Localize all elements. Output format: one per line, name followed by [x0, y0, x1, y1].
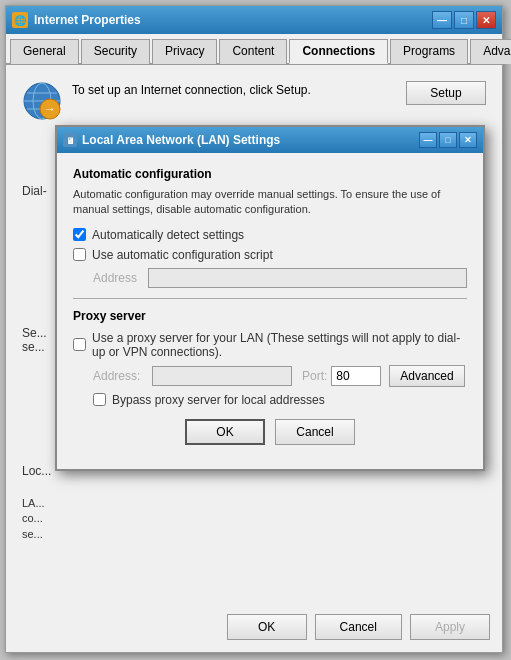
auto-detect-label: Automatically detect settings — [92, 228, 244, 242]
cancel-button[interactable]: Cancel — [315, 614, 402, 640]
dialog-title-bar: 🖥 Local Area Network (LAN) Settings — □ … — [57, 127, 483, 153]
tab-security[interactable]: Security — [81, 39, 150, 64]
bypass-row: Bypass proxy server for local addresses — [93, 393, 467, 407]
dialog-close-button[interactable]: ✕ — [459, 132, 477, 148]
port-input[interactable] — [331, 366, 381, 386]
maximize-button[interactable]: □ — [454, 11, 474, 29]
window-controls: — □ ✕ — [432, 11, 496, 29]
auto-script-label: Use automatic configuration script — [92, 248, 273, 262]
proxy-note: Use a proxy server for your LAN (These s… — [92, 331, 467, 359]
dialog-title: Local Area Network (LAN) Settings — [82, 133, 419, 147]
main-title-bar: 🌐 Internet Properties — □ ✕ — [6, 6, 502, 34]
ok-button[interactable]: OK — [227, 614, 307, 640]
address-input[interactable] — [148, 268, 467, 288]
address-label: Address — [93, 271, 148, 285]
lan-label: LA...co...se... — [22, 496, 45, 542]
setup-row: → To set up an Internet connection, clic… — [22, 81, 486, 121]
auto-config-description: Automatic configuration may override man… — [73, 187, 467, 218]
dial-label: Dial- — [22, 184, 47, 198]
proxy-address-input[interactable] — [152, 366, 292, 386]
script-address-row: Address — [93, 268, 467, 288]
proxy-header: Proxy server — [73, 309, 467, 323]
globe-icon: → — [22, 81, 62, 121]
window-icon: 🌐 — [12, 12, 28, 28]
tab-programs[interactable]: Programs — [390, 39, 468, 64]
auto-detect-row: Automatically detect settings — [73, 228, 467, 242]
dialog-icon: 🖥 — [63, 133, 77, 147]
tab-bar: General Security Privacy Content Connect… — [6, 34, 502, 65]
proxy-checkbox-row: Use a proxy server for your LAN (These s… — [73, 331, 467, 359]
setup-button[interactable]: Setup — [406, 81, 486, 105]
lan-dialog: 🖥 Local Area Network (LAN) Settings — □ … — [55, 125, 485, 471]
dialog-ok-button[interactable]: OK — [185, 419, 265, 445]
dialog-controls: — □ ✕ — [419, 132, 477, 148]
tab-general[interactable]: General — [10, 39, 79, 64]
svg-text:🖥: 🖥 — [66, 136, 75, 146]
local-label: Loc... — [22, 464, 51, 478]
proxy-address-row: Address: Port: Advanced — [93, 365, 467, 387]
proxy-addr-label: Address: — [93, 369, 148, 383]
dialog-minimize-button[interactable]: — — [419, 132, 437, 148]
tab-privacy[interactable]: Privacy — [152, 39, 217, 64]
proxy-server-checkbox[interactable] — [73, 338, 86, 351]
bypass-proxy-checkbox[interactable] — [93, 393, 106, 406]
auto-script-checkbox[interactable] — [73, 248, 86, 261]
advanced-button[interactable]: Advanced — [389, 365, 464, 387]
auto-detect-checkbox[interactable] — [73, 228, 86, 241]
close-button[interactable]: ✕ — [476, 11, 496, 29]
tab-connections[interactable]: Connections — [289, 39, 388, 64]
bypass-label: Bypass proxy server for local addresses — [112, 393, 325, 407]
auto-config-header: Automatic configuration — [73, 167, 467, 181]
dialog-content: Automatic configuration Automatic config… — [57, 153, 483, 469]
window-title: Internet Properties — [34, 13, 432, 27]
tab-content[interactable]: Content — [219, 39, 287, 64]
bottom-buttons: OK Cancel Apply — [227, 614, 490, 640]
dialog-cancel-button[interactable]: Cancel — [275, 419, 355, 445]
setup-description: To set up an Internet connection, click … — [72, 83, 396, 97]
section-separator — [73, 298, 467, 299]
minimize-button[interactable]: — — [432, 11, 452, 29]
tab-advanced[interactable]: Advanced — [470, 39, 511, 64]
apply-button[interactable]: Apply — [410, 614, 490, 640]
dialog-buttons: OK Cancel — [73, 407, 467, 455]
svg-text:→: → — [44, 102, 56, 116]
settings-label: Se...se... — [22, 326, 47, 354]
port-label: Port: — [302, 369, 327, 383]
auto-script-row: Use automatic configuration script — [73, 248, 467, 262]
dialog-maximize-button[interactable]: □ — [439, 132, 457, 148]
